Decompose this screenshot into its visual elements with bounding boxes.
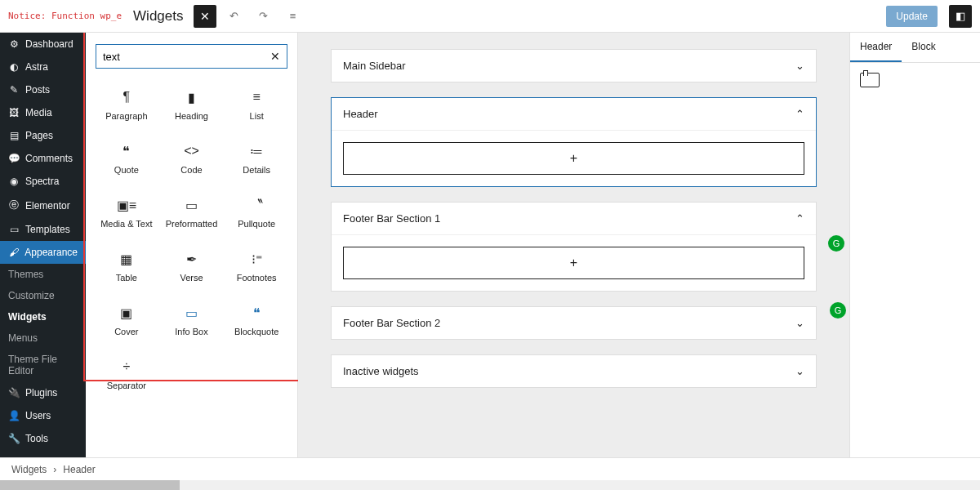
add-block-button[interactable]: + (343, 247, 804, 279)
update-button[interactable]: Update (886, 6, 938, 27)
block-table[interactable]: ▦Table (96, 242, 158, 291)
widget-area-label: Footer Bar Section 1 (343, 212, 440, 225)
block-label: Paragraph (105, 111, 147, 121)
grammarly-badge-icon[interactable]: G (828, 235, 844, 252)
menu-label: Pages (25, 130, 53, 141)
block-label: Quote (114, 165, 139, 175)
widget-area-icon (860, 73, 880, 87)
block-icon: ⁝⁼ (252, 250, 262, 268)
widget-area-footer-bar-section-: Footer Bar Section 2⌄ (331, 306, 817, 340)
scrollbar-thumb[interactable] (0, 480, 180, 490)
sidebar-item-comments[interactable]: 💬Comments (0, 147, 86, 170)
block-paragraph[interactable]: ¶Paragraph (96, 80, 158, 129)
tab-header[interactable]: Header (850, 33, 902, 62)
tab-block[interactable]: Block (902, 33, 945, 62)
sidebar-item-templates[interactable]: ▭Templates (0, 218, 86, 241)
chevron-icon: ⌄ (795, 365, 804, 377)
chevron-icon: ⌄ (795, 317, 804, 329)
block-search[interactable]: ✕ (96, 44, 287, 69)
settings-tabs: HeaderBlock (850, 33, 980, 63)
sidebar-item-astra[interactable]: ◐Astra (0, 56, 86, 78)
block-label: Verse (180, 273, 203, 283)
close-inserter-button[interactable]: ✕ (194, 5, 216, 28)
menu-icon: ◐ (8, 61, 20, 73)
widget-area-head[interactable]: Header⌃ (332, 98, 816, 131)
block-details[interactable]: ≔Details (225, 134, 287, 183)
menu-icon: 🔌 (8, 387, 20, 399)
block-label: Blockquote (234, 327, 278, 336)
block-icon: ✒ (186, 250, 197, 268)
sidebar-subitem-theme-file-editor[interactable]: Theme File Editor (0, 349, 86, 381)
block-label: Media & Text (100, 219, 152, 229)
sidebar-item-appearance[interactable]: 🖌Appearance (0, 241, 86, 264)
block-quote[interactable]: ❝Quote (96, 134, 158, 183)
sidebar-item-pages[interactable]: ▤Pages (0, 124, 86, 147)
menu-label: Dashboard (25, 38, 74, 50)
widget-area-label: Footer Bar Section 2 (343, 317, 440, 329)
block-code[interactable]: <>Code (161, 134, 223, 183)
sidebar-item-tools[interactable]: 🔧Tools (0, 427, 86, 450)
block-label: Heading (175, 111, 208, 121)
breadcrumb-item[interactable]: Header (63, 464, 95, 475)
menu-icon: 👤 (8, 410, 20, 421)
sidebar-subitem-themes[interactable]: Themes (0, 264, 86, 285)
block-icon: ≔ (250, 142, 263, 160)
breadcrumb: Widgets › Header (0, 457, 980, 480)
widget-area-head[interactable]: Footer Bar Section 1⌃ (332, 203, 816, 235)
sidebar-item-settings[interactable]: ⚙Settings (0, 450, 86, 457)
block-heading[interactable]: ▮Heading (161, 80, 223, 129)
widget-area-inactive-widgets: Inactive widgets⌄ (331, 354, 817, 388)
block-search-input[interactable] (103, 51, 270, 63)
sidebar-subitem-menus[interactable]: Menus (0, 327, 86, 349)
sidebar-item-spectra[interactable]: ◉Spectra (0, 170, 86, 193)
menu-icon: 🔧 (8, 433, 20, 444)
block-list[interactable]: ≡List (225, 80, 287, 129)
menu-icon: ▤ (8, 130, 20, 141)
block-separator[interactable]: ÷Separator (96, 350, 158, 399)
block-media-text[interactable]: ▣≡Media & Text (96, 188, 158, 237)
widget-area-head[interactable]: Footer Bar Section 2⌄ (332, 307, 816, 339)
block-verse[interactable]: ✒Verse (161, 242, 223, 291)
menu-icon: ◉ (8, 176, 20, 187)
block-cover[interactable]: ▣Cover (96, 296, 158, 345)
block-footnotes[interactable]: ⁝⁼Footnotes (225, 242, 287, 291)
widget-area-main-sidebar: Main Sidebar⌄ (331, 49, 817, 82)
widget-area-head[interactable]: Inactive widgets⌄ (332, 355, 816, 387)
redo-icon[interactable]: ↷ (252, 5, 275, 28)
sidebar-item-elementor[interactable]: ⓔElementor (0, 193, 86, 218)
sidebar-subitem-widgets[interactable]: Widgets (0, 306, 86, 327)
sidebar-item-media[interactable]: 🖾Media (0, 101, 86, 124)
sidebar-item-posts[interactable]: ✎Posts (0, 78, 86, 101)
settings-toggle-icon[interactable]: ◧ (949, 5, 972, 28)
block-blockquote[interactable]: ❝Blockquote (225, 296, 287, 345)
block-label: Details (243, 165, 270, 175)
top-toolbar: Notice: Function wp_e Widgets ✕ ↶ ↷ ≡ Up… (0, 0, 980, 33)
breadcrumb-item[interactable]: Widgets (11, 464, 47, 475)
menu-icon: 💬 (8, 153, 20, 164)
list-view-icon[interactable]: ≡ (282, 5, 305, 28)
block-label: Table (116, 273, 137, 283)
sidebar-item-users[interactable]: 👤Users (0, 404, 86, 427)
menu-label: Appearance (24, 247, 78, 258)
menu-label: Elementor (25, 200, 70, 212)
menu-icon: ⓔ (8, 198, 20, 212)
widget-area-footer-bar-section-: Footer Bar Section 1⌃+ (331, 202, 817, 292)
undo-icon[interactable]: ↶ (223, 5, 246, 28)
add-block-button[interactable]: + (343, 142, 804, 175)
sidebar-item-plugins[interactable]: 🔌Plugins (0, 381, 86, 404)
chevron-icon: ⌄ (795, 60, 804, 72)
grammarly-badge-icon[interactable]: G (830, 302, 846, 318)
block-info-box[interactable]: ▭Info Box (161, 296, 223, 345)
block-preformatted[interactable]: ▭Preformatted (161, 188, 223, 237)
block-pullquote[interactable]: 〝Pullquote (225, 188, 287, 237)
horizontal-scrollbar[interactable] (0, 480, 980, 490)
widget-area-head[interactable]: Main Sidebar⌄ (332, 50, 816, 82)
menu-label: Posts (25, 84, 50, 96)
clear-search-icon[interactable]: ✕ (270, 50, 280, 63)
page-title: Widgets (133, 8, 183, 24)
block-icon: ❝ (122, 142, 130, 160)
menu-icon: 🖾 (8, 107, 20, 118)
sidebar-subitem-customize[interactable]: Customize (0, 285, 86, 306)
block-icon: ▭ (185, 304, 198, 322)
sidebar-item-dashboard[interactable]: ⚙Dashboard (0, 33, 86, 56)
